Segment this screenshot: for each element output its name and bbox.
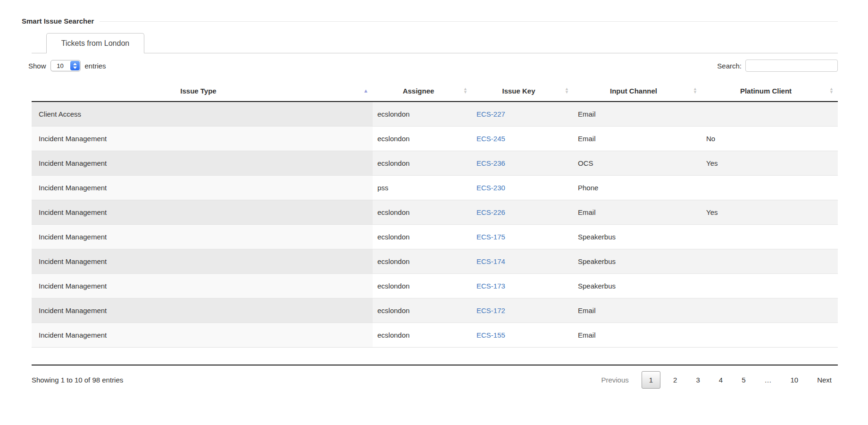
cell-issue-key: ECS-174 bbox=[472, 249, 573, 273]
pagination-next[interactable]: Next bbox=[811, 372, 838, 388]
table-bottom-divider bbox=[32, 365, 838, 366]
search-input[interactable] bbox=[745, 60, 838, 72]
sort-ascending-icon: ▲ bbox=[363, 88, 368, 94]
cell-issue-type: Incident Management bbox=[32, 200, 373, 224]
cell-platinum-client: No bbox=[701, 126, 838, 151]
pagination-previous[interactable]: Previous bbox=[595, 372, 634, 388]
cell-assignee: pss bbox=[373, 175, 472, 200]
cell-input-channel: Email bbox=[573, 298, 701, 323]
table-footer: Showing 1 to 10 of 98 entries Previous 1… bbox=[32, 371, 838, 389]
table-row: Incident Management ecslondon ECS-174 Sp… bbox=[32, 249, 838, 273]
search-control: Search: bbox=[717, 60, 838, 72]
cell-issue-type: Incident Management bbox=[32, 175, 373, 200]
cell-issue-key: ECS-173 bbox=[472, 273, 573, 298]
pagination-page-3[interactable]: 3 bbox=[690, 372, 706, 388]
show-label: Show bbox=[28, 62, 46, 70]
cell-issue-key: ECS-245 bbox=[472, 126, 573, 151]
cell-platinum-client: Yes bbox=[701, 151, 838, 175]
issue-key-link[interactable]: ECS-227 bbox=[476, 110, 505, 118]
cell-assignee: ecslondon bbox=[373, 273, 472, 298]
cell-input-channel: Email bbox=[573, 126, 701, 151]
column-header-issue-type[interactable]: Issue Type ▲ bbox=[32, 80, 373, 102]
cell-input-channel: Email bbox=[573, 200, 701, 224]
cell-input-channel: Phone bbox=[573, 175, 701, 200]
cell-platinum-client bbox=[701, 249, 838, 273]
issue-key-link[interactable]: ECS-245 bbox=[476, 135, 505, 143]
table-controls: Show 10 entries Search: bbox=[28, 60, 838, 72]
pagination-page-4[interactable]: 4 bbox=[713, 372, 729, 388]
cell-assignee: ecslondon bbox=[373, 126, 472, 151]
cell-issue-key: ECS-172 bbox=[472, 298, 573, 323]
cell-input-channel: Speakerbus bbox=[573, 224, 701, 249]
cell-issue-key: ECS-175 bbox=[472, 224, 573, 249]
cell-issue-key: ECS-236 bbox=[472, 151, 573, 175]
column-header-input-channel[interactable]: Input Channel ▲▼ bbox=[573, 80, 701, 102]
search-label: Search: bbox=[717, 62, 742, 70]
tab-tickets-from-london[interactable]: Tickets from London bbox=[46, 33, 144, 53]
column-header-platinum-client[interactable]: Platinum Client ▲▼ bbox=[701, 80, 838, 102]
cell-issue-type: Incident Management bbox=[32, 126, 373, 151]
cell-issue-type: Incident Management bbox=[32, 298, 373, 323]
cell-issue-type: Incident Management bbox=[32, 224, 373, 249]
cell-issue-type: Incident Management bbox=[32, 249, 373, 273]
cell-platinum-client bbox=[701, 175, 838, 200]
table-row: Incident Management ecslondon ECS-245 Em… bbox=[32, 126, 838, 151]
cell-assignee: ecslondon bbox=[373, 200, 472, 224]
cell-platinum-client bbox=[701, 102, 838, 126]
select-stepper-icon bbox=[70, 61, 80, 70]
cell-issue-type: Incident Management bbox=[32, 151, 373, 175]
cell-assignee: ecslondon bbox=[373, 249, 472, 273]
cell-input-channel: Email bbox=[573, 102, 701, 126]
issue-key-link[interactable]: ECS-236 bbox=[476, 159, 505, 167]
tab-label: Tickets from London bbox=[61, 39, 129, 48]
table-row: Incident Management ecslondon ECS-172 Em… bbox=[32, 298, 838, 323]
table-row: Client Access ecslondon ECS-227 Email bbox=[32, 102, 838, 126]
smart-issue-searcher-panel: Smart Issue Searcher Tickets from London… bbox=[22, 17, 838, 389]
issue-key-link[interactable]: ECS-174 bbox=[476, 257, 505, 265]
panel-title: Smart Issue Searcher bbox=[22, 17, 94, 25]
cell-platinum-client bbox=[701, 224, 838, 249]
issue-key-link[interactable]: ECS-226 bbox=[476, 208, 505, 216]
cell-issue-key: ECS-227 bbox=[472, 102, 573, 126]
issue-key-link[interactable]: ECS-230 bbox=[476, 184, 505, 192]
column-header-issue-key[interactable]: Issue Key ▲▼ bbox=[472, 80, 573, 102]
cell-input-channel: Speakerbus bbox=[573, 249, 701, 273]
cell-input-channel: Email bbox=[573, 323, 701, 347]
table-row: Incident Management pss ECS-230 Phone bbox=[32, 175, 838, 200]
page-length-control: Show 10 entries bbox=[28, 60, 106, 71]
pagination-page-2[interactable]: 2 bbox=[667, 372, 683, 388]
legend-divider bbox=[100, 21, 838, 22]
table-row: Incident Management ecslondon ECS-173 Sp… bbox=[32, 273, 838, 298]
entries-label: entries bbox=[85, 62, 106, 70]
issue-key-link[interactable]: ECS-172 bbox=[476, 306, 505, 314]
pagination-ellipsis: … bbox=[758, 372, 777, 388]
tab-bar: Tickets from London bbox=[32, 33, 838, 53]
pagination-page-1[interactable]: 1 bbox=[642, 371, 660, 389]
entries-info: Showing 1 to 10 of 98 entries bbox=[32, 376, 123, 384]
cell-issue-key: ECS-230 bbox=[472, 175, 573, 200]
page-length-value: 10 bbox=[51, 60, 70, 71]
cell-input-channel: Speakerbus bbox=[573, 273, 701, 298]
column-header-assignee[interactable]: Assignee ▲▼ bbox=[373, 80, 472, 102]
pagination-page-5[interactable]: 5 bbox=[735, 372, 751, 388]
cell-assignee: ecslondon bbox=[373, 151, 472, 175]
table-row: Incident Management ecslondon ECS-175 Sp… bbox=[32, 224, 838, 249]
issue-key-link[interactable]: ECS-175 bbox=[476, 233, 505, 241]
cell-platinum-client bbox=[701, 323, 838, 347]
issue-key-link[interactable]: ECS-173 bbox=[476, 282, 505, 290]
cell-issue-type: Incident Management bbox=[32, 323, 373, 347]
pagination: Previous 1 2 3 4 5 … 10 Next bbox=[595, 371, 838, 389]
issue-key-link[interactable]: ECS-155 bbox=[476, 331, 505, 339]
cell-issue-type: Incident Management bbox=[32, 273, 373, 298]
sort-icon: ▲▼ bbox=[463, 87, 467, 94]
panel-legend: Smart Issue Searcher bbox=[22, 17, 838, 25]
cell-platinum-client bbox=[701, 298, 838, 323]
table-row: Incident Management ecslondon ECS-155 Em… bbox=[32, 323, 838, 347]
cell-input-channel: OCS bbox=[573, 151, 701, 175]
sort-icon: ▲▼ bbox=[693, 87, 697, 94]
header-row: Issue Type ▲ Assignee ▲▼ Issue Key ▲▼ In… bbox=[32, 80, 838, 102]
pagination-page-10[interactable]: 10 bbox=[784, 372, 804, 388]
cell-issue-key: ECS-155 bbox=[472, 323, 573, 347]
page-length-select[interactable]: 10 bbox=[50, 60, 81, 71]
table-row: Incident Management ecslondon ECS-226 Em… bbox=[32, 200, 838, 224]
